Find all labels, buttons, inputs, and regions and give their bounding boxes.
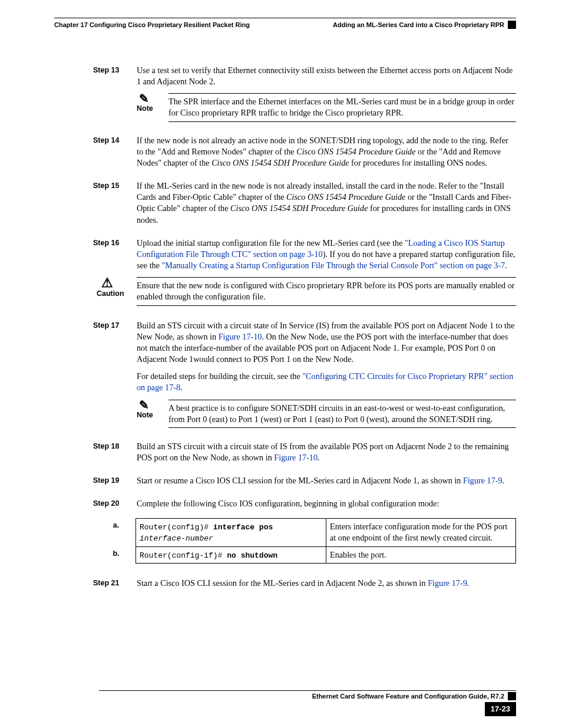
step-body: Use a test set to verify that Ethernet c… xyxy=(137,65,516,129)
note-text: The SPR interface and the Ethernet inter… xyxy=(168,97,514,117)
pencil-icon: ✎ xyxy=(137,400,168,410)
table-row: b. Router(config-if)# no shutdown Enable… xyxy=(97,546,516,564)
note-block: ✎ Note A best practice is to configure S… xyxy=(137,400,516,428)
step-20: Step 20 Complete the following Cisco IOS… xyxy=(93,498,516,572)
guide-title: Cisco ONS 15454 SDH Procedure Guide xyxy=(211,158,349,167)
step-label: Step 18 xyxy=(93,441,137,469)
page-footer: Ethernet Card Software Feature and Confi… xyxy=(46,690,516,716)
footer-guide-title: Ethernet Card Software Feature and Confi… xyxy=(312,692,504,701)
step-text: Use a test set to verify that Ethernet c… xyxy=(137,65,516,87)
table-row: a. Router(config)# interface pos interfa… xyxy=(97,518,516,546)
note-text: A best practice is to configure SONET/SD… xyxy=(168,403,505,424)
step-label: Step 19 xyxy=(93,475,137,492)
row-id: a. xyxy=(97,518,136,546)
caution-text: Ensure that the new node is configured w… xyxy=(137,281,514,301)
step-body: Upload the initial startup configuration… xyxy=(137,238,516,314)
step-21: Step 21 Start a Cisco IOS CLI session fo… xyxy=(93,578,516,595)
description-cell: Enables the port. xyxy=(326,546,516,564)
step-label: Step 15 xyxy=(93,180,137,232)
row-id: b. xyxy=(97,546,136,564)
xref-link[interactable]: Figure 17-9 xyxy=(428,578,467,588)
page: Chapter 17 Configuring Cisco Proprietary… xyxy=(0,0,562,728)
step-18: Step 18 Build an STS circuit with a circ… xyxy=(93,441,516,469)
section-title: Adding an ML-Series Card into a Cisco Pr… xyxy=(333,21,504,29)
step-19: Step 19 Start or resume a Cisco IOS CLI … xyxy=(93,475,516,492)
chapter-title: Chapter 17 Configuring Cisco Proprietary… xyxy=(46,21,250,29)
command-cell: Router(config-if)# no shutdown xyxy=(136,546,326,564)
note-block: ✎ Note The SPR interface and the Etherne… xyxy=(137,93,516,121)
guide-title: Cisco ONS 15454 Procedure Guide xyxy=(286,192,405,202)
step-17: Step 17 Build an STS circuit with a circ… xyxy=(93,320,516,435)
step-body: Complete the following Cisco IOS configu… xyxy=(137,498,516,572)
step-14: Step 14 If the new node is not already a… xyxy=(93,135,516,175)
page-header: Chapter 17 Configuring Cisco Proprietary… xyxy=(46,21,516,29)
step-body: If the new node is not already an active… xyxy=(137,135,516,175)
footer-marker-icon xyxy=(508,692,516,700)
caution-icon: ⚠ xyxy=(97,277,137,289)
guide-title: Cisco ONS 15454 SDH Procedure Guide xyxy=(230,203,368,213)
caution-block: ⚠ Caution Ensure that the new node is co… xyxy=(97,277,516,305)
step-label: Step 13 xyxy=(93,65,137,129)
step-body: Start a Cisco IOS CLI session for the ML… xyxy=(137,578,516,595)
note-label: Note xyxy=(137,411,153,419)
step-body: Start or resume a Cisco IOS CLI session … xyxy=(137,475,516,492)
xref-link[interactable]: Figure 17-10 xyxy=(219,332,262,341)
xref-link[interactable]: Figure 17-9 xyxy=(463,476,503,485)
step-body: If the ML-Series card in the new node is… xyxy=(137,180,516,232)
content-area: Step 13 Use a test set to verify that Et… xyxy=(93,65,516,595)
page-number: 17-23 xyxy=(485,702,516,716)
xref-link[interactable]: "Manually Creating a Startup Configurati… xyxy=(162,261,505,270)
command-cell: Router(config)# interface pos interface-… xyxy=(136,518,326,546)
guide-title: Cisco ONS 15454 Procedure Guide xyxy=(296,147,415,156)
step-13: Step 13 Use a test set to verify that Et… xyxy=(93,65,516,129)
caution-label: Caution xyxy=(97,289,124,298)
step-label: Step 14 xyxy=(93,135,137,175)
step-label: Step 21 xyxy=(93,578,137,595)
pencil-icon: ✎ xyxy=(137,93,168,104)
header-marker-icon xyxy=(508,21,516,29)
note-label: Note xyxy=(137,104,153,113)
xref-link[interactable]: Figure 17-10 xyxy=(274,453,318,462)
step-label: Step 17 xyxy=(93,320,137,435)
description-cell: Enters interface configuration mode for … xyxy=(326,518,516,546)
config-table: a. Router(config)# interface pos interfa… xyxy=(97,518,516,564)
step-body: Build an STS circuit with a circuit stat… xyxy=(137,441,516,469)
step-16: Step 16 Upload the initial startup confi… xyxy=(93,238,516,314)
step-15: Step 15 If the ML-Series card in the new… xyxy=(93,180,516,232)
header-rule xyxy=(54,18,516,18)
step-text: Complete the following Cisco IOS configu… xyxy=(137,498,516,509)
step-body: Build an STS circuit with a circuit stat… xyxy=(137,320,516,435)
